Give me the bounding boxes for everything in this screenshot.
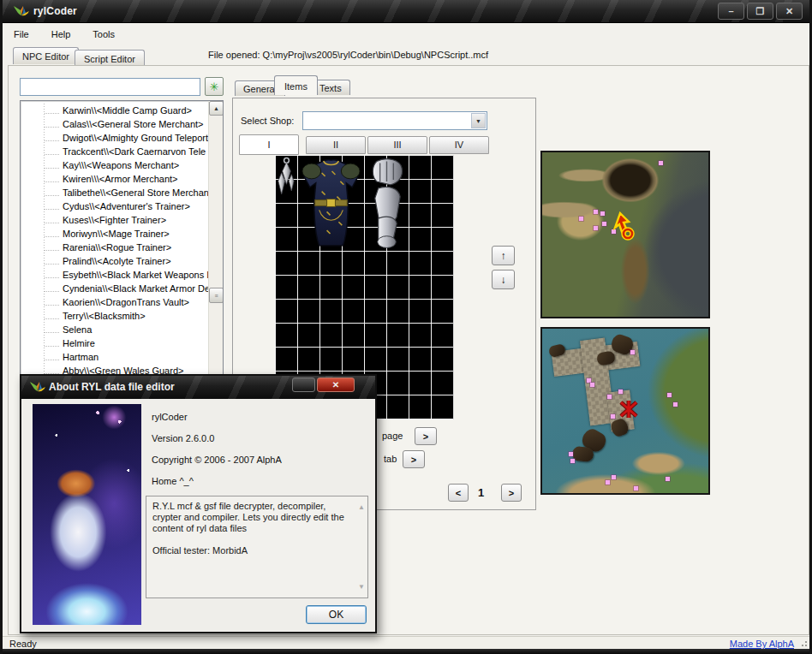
move-up-button[interactable]: ↑ (492, 246, 515, 265)
tree-item[interactable]: Terry\\<Blacksmith> (21, 309, 208, 323)
copy-page-button[interactable]: > (415, 427, 437, 445)
scroll-thumb[interactable]: ≡ (209, 288, 224, 303)
tree-item[interactable]: Helmire (21, 336, 208, 350)
npc-dot-marker (587, 378, 591, 383)
about-description-box[interactable]: R.Y.L mcf & gsf file decrypter, decompil… (146, 496, 368, 598)
about-app-name: rylCoder (152, 412, 188, 422)
tab-script-editor[interactable]: Script Editor (75, 50, 145, 67)
tree-item[interactable]: Kaorien\\<DragonTrans Vault> (21, 295, 208, 309)
about-tester: Official tester: MorbidA (152, 545, 350, 556)
item-kunai[interactable] (276, 156, 297, 203)
combobox-dropdown-icon[interactable]: ▼ (471, 113, 486, 128)
copy-tab-button[interactable]: > (403, 450, 425, 468)
close-button[interactable]: ✕ (776, 3, 803, 20)
npc-dot-marker (602, 222, 606, 226)
npc-dot-marker (594, 226, 598, 230)
scroll-up-icon: ▲ (358, 502, 365, 513)
copy-page-label: page (382, 431, 403, 441)
status-bar: Ready Made By AlphA (3, 636, 809, 649)
scroll-up-button[interactable]: ▲ (209, 101, 224, 116)
about-copyright: Copyright © 2006 - 2007 AlphA (152, 455, 282, 465)
item-armor[interactable] (298, 156, 364, 251)
shop-combobox[interactable]: ▼ (302, 111, 487, 130)
npc-dot-marker (618, 389, 623, 394)
status-text: Ready (9, 639, 37, 649)
tree-item[interactable]: Cydus\\<Adventurer's Trainer> (21, 199, 208, 213)
slot-tab[interactable]: III (367, 136, 427, 154)
about-dialog-title: About RYL data file editor (49, 381, 175, 393)
tree-item[interactable]: Kwiren\\\<Armor Merchant> (21, 172, 208, 186)
npc-dot-marker (579, 217, 583, 221)
tab-npc-editor[interactable]: NPC Editor (13, 47, 79, 64)
about-dialog: About RYL data file editor ✕ rylCoder Ve… (20, 374, 377, 633)
slot-tab[interactable]: I (239, 134, 299, 155)
menu-bar: FileHelpTools (3, 24, 809, 45)
npc-dot-marker (634, 486, 638, 490)
npc-dot-marker (607, 395, 612, 399)
npc-dot-marker (606, 480, 610, 485)
tree-item[interactable]: Pralind\\<Acolyte Trainer> (21, 254, 208, 268)
menu-item[interactable]: Help (40, 27, 82, 42)
search-asterisk-icon: ✳ (210, 80, 219, 93)
about-dialog-title-bar: About RYL data file editor ✕ (21, 376, 375, 399)
npc-dot-marker (569, 452, 573, 456)
tree-item[interactable]: Moriwyn\\<Mage Trainer> (21, 227, 208, 241)
made-by-link[interactable]: Made By AlphA (730, 639, 794, 649)
dialog-blank-button[interactable] (292, 378, 315, 392)
npc-dot-marker (600, 211, 605, 216)
select-shop-label: Select Shop: (241, 116, 294, 126)
tree-item[interactable]: Kay\\\<Weapons Merchant> (21, 158, 208, 172)
npc-dot-marker (673, 402, 678, 407)
npc-dot-marker (594, 210, 598, 214)
title-bar: rylCoder – ❐ ✕ (3, 0, 809, 23)
tree-item[interactable]: Karwin\\<Middle Camp Guard> (21, 104, 208, 117)
tree-item[interactable]: Rarenia\\<Rogue Trainer> (21, 241, 208, 254)
npc-dot-marker (570, 459, 575, 463)
search-input[interactable] (20, 78, 200, 96)
ok-button[interactable]: OK (306, 605, 367, 624)
npc-dot-marker (667, 393, 672, 397)
menu-item[interactable]: File (3, 27, 40, 42)
npc-dot-marker (630, 350, 635, 354)
about-home-link[interactable]: Home ^_^ (152, 476, 194, 486)
menu-item[interactable]: Tools (81, 27, 126, 42)
maximize-button[interactable]: ❐ (747, 3, 773, 20)
tree-item[interactable]: Kuses\\<Fighter Trainer> (21, 213, 208, 227)
dialog-close-button[interactable]: ✕ (317, 378, 355, 392)
npc-dot-marker (612, 475, 616, 479)
tree-item[interactable]: Esybeth\\<Black Market Weapons I (21, 268, 208, 282)
resize-grip-icon[interactable] (799, 639, 808, 647)
file-opened-label: File opened: Q:\myProj\vs2005\rylCoder\b… (208, 50, 488, 60)
ship (571, 446, 594, 462)
town-map-detail[interactable] (540, 327, 710, 495)
tree-item[interactable]: Trackcent\\<Dark Caernarvon Tele (21, 145, 208, 158)
npc-dot-marker (611, 414, 615, 419)
slot-tab[interactable]: IV (429, 136, 489, 154)
quest-x-marker (618, 400, 639, 422)
tree-item[interactable]: Calas\\<General Store Merchant> (21, 117, 208, 131)
page-number: 1 (478, 486, 484, 499)
app-logo-icon (13, 4, 30, 19)
npc-dot-marker (590, 383, 594, 387)
page-prev-button[interactable]: < (448, 484, 469, 502)
app-window: rylCoder – ❐ ✕ FileHelpTools NPC Editor … (0, 0, 812, 654)
page-next-button[interactable]: > (501, 484, 522, 502)
npc-dot-marker (666, 477, 670, 481)
tree-item[interactable]: Talibethe\\<General Store Merchan (21, 186, 208, 199)
move-down-button[interactable]: ↓ (492, 270, 515, 289)
tab-items[interactable]: Items (274, 75, 318, 95)
copy-tab-label: tab (384, 454, 397, 464)
search-button[interactable]: ✳ (205, 77, 224, 96)
tree-item[interactable]: Selena (21, 323, 208, 336)
window-title: rylCoder (33, 5, 77, 17)
player-arrow-marker (612, 211, 639, 244)
tree-item[interactable]: Dwigot\\<Almighty Ground Teleport (21, 131, 208, 145)
window-frame-bottom (3, 649, 809, 654)
slot-tab[interactable]: II (306, 136, 366, 154)
minimize-button[interactable]: – (718, 3, 744, 20)
tree-item[interactable]: Hartman (21, 350, 208, 364)
npc-dot-marker (659, 161, 663, 165)
tree-item[interactable]: Cyndenia\\<Black Market Armor De (21, 282, 208, 295)
item-gauntlet[interactable] (365, 156, 409, 251)
world-map-overview[interactable] (540, 151, 710, 318)
